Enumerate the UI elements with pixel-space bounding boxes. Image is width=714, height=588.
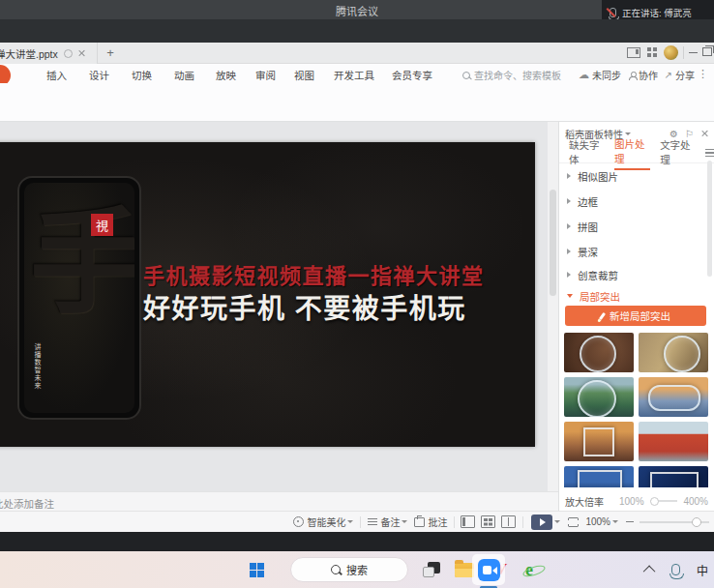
ribbon-tab-developer[interactable]: 开发工具 xyxy=(334,68,374,82)
separator xyxy=(522,516,523,528)
minimize-icon[interactable] xyxy=(689,52,698,53)
ribbon-tab-member[interactable]: 会员专享 xyxy=(392,68,432,82)
cloud-icon: ☁ xyxy=(579,69,589,81)
collapse-icon xyxy=(567,294,573,298)
panel-scrollbar[interactable] xyxy=(707,161,712,277)
expand-icon xyxy=(567,272,571,278)
notes-placeholder: 此处添加备注 xyxy=(0,496,54,511)
command-search-box[interactable]: 查找命令、搜索模板 xyxy=(462,68,561,82)
share-button[interactable]: ↗ 分享 xyxy=(665,68,695,82)
panel-close-icon[interactable] xyxy=(700,130,708,137)
thumbnail-sunset-mountain[interactable] xyxy=(564,422,634,461)
slide-sorter-icon[interactable] xyxy=(481,515,495,528)
apps-grid-icon[interactable] xyxy=(646,46,660,58)
section-similar-images[interactable]: 相似图片 xyxy=(567,166,706,186)
ribbon-tab-design[interactable]: 设计 xyxy=(89,68,109,82)
voice-input-button[interactable] xyxy=(671,558,680,581)
document-tab-bar: 禅大讲堂.pptx + xyxy=(0,43,714,64)
expand-icon xyxy=(567,173,571,179)
normal-view-icon[interactable] xyxy=(461,515,475,528)
separator xyxy=(360,516,361,528)
thumbnail-city-skyline[interactable] xyxy=(639,377,708,417)
search-icon xyxy=(462,72,470,79)
task-view-button[interactable] xyxy=(423,558,440,581)
thumbnail-city-night[interactable] xyxy=(564,466,634,487)
document-tab[interactable]: 禅大讲堂.pptx xyxy=(0,43,98,64)
task-view-icon xyxy=(423,562,440,577)
add-local-highlight-button[interactable]: 新增局部突出 xyxy=(565,306,706,326)
reading-view-icon[interactable] xyxy=(501,515,516,528)
status-bar: 智能美化 备注 批注 100% xyxy=(0,511,714,532)
collaborate-button[interactable]: 协作 xyxy=(629,68,658,82)
zoom-slider[interactable] xyxy=(640,521,709,523)
taskbar-search[interactable]: 搜索 xyxy=(290,557,408,582)
ribbon-tab-view[interactable]: 视图 xyxy=(294,68,314,82)
magnification-max: 400% xyxy=(683,496,708,507)
ribbon-tab-row: 插入 设计 切换 动画 放映 审阅 视图 开发工具 会员专享 查找命令、搜索模板… xyxy=(0,64,714,83)
section-border[interactable]: 边框 xyxy=(567,191,706,211)
comments-button[interactable]: 批注 xyxy=(414,514,447,529)
tray-expand-button[interactable] xyxy=(646,558,655,581)
section-creative-crop[interactable]: 创意裁剪 xyxy=(567,265,706,284)
canvas-scrollbar[interactable] xyxy=(548,122,558,491)
thumbnail-coffee-cup[interactable] xyxy=(639,333,708,372)
ribbon-tab-review[interactable]: 审阅 xyxy=(255,68,276,82)
internet-explorer-button[interactable]: e xyxy=(525,558,533,581)
zoom-out-icon[interactable] xyxy=(626,521,634,522)
thumbnail-tech-blue[interactable] xyxy=(639,466,708,487)
slide-red-title[interactable]: 手机摄影短视频直播一指禅大讲堂 xyxy=(143,258,485,289)
smart-beautify-button[interactable]: 智能美化 xyxy=(293,514,353,529)
expand-icon xyxy=(567,249,571,254)
comment-icon xyxy=(414,517,425,527)
separator xyxy=(683,46,684,59)
search-icon xyxy=(331,565,341,574)
tab-close-icon[interactable] xyxy=(78,49,86,57)
mic-muted-icon xyxy=(610,8,616,17)
section-collage[interactable]: 拼图 xyxy=(567,217,706,236)
start-button[interactable] xyxy=(250,558,264,581)
notes-bar[interactable]: 此处添加备注 xyxy=(0,491,558,511)
file-explorer-button[interactable] xyxy=(455,558,474,581)
phone-mockup[interactable]: 手 讲播数智未来 視 xyxy=(17,176,141,420)
ime-indicator[interactable]: 中 xyxy=(697,558,708,581)
phone-screen: 手 讲播数智未来 xyxy=(24,183,134,413)
magnification-slider[interactable] xyxy=(650,500,678,502)
ribbon-tab-transition[interactable]: 切换 xyxy=(132,68,152,82)
play-slideshow-button[interactable] xyxy=(531,514,552,530)
notes-button[interactable]: 备注 xyxy=(368,514,407,529)
window-layout-icon[interactable] xyxy=(627,46,640,58)
calligraphy-watermark: 手 xyxy=(30,206,134,320)
thumbnail-coffee-beans[interactable] xyxy=(564,333,634,372)
restore-icon[interactable] xyxy=(702,47,712,56)
ribbon-tab-slideshow[interactable]: 放映 xyxy=(216,68,236,82)
zoom-level[interactable]: 100% xyxy=(585,516,618,527)
window-top-strip xyxy=(0,19,714,43)
expand-icon xyxy=(567,198,571,204)
thumbnail-golden-gate[interactable] xyxy=(639,422,708,461)
slide-white-title[interactable]: 好好玩手机 不要被手机玩 xyxy=(143,287,466,326)
slider-handle[interactable] xyxy=(650,497,659,506)
red-seal-stamp: 視 xyxy=(91,214,113,236)
thumbnail-lake-landscape[interactable] xyxy=(564,377,634,417)
user-avatar[interactable] xyxy=(664,45,678,60)
sync-status-button[interactable]: ☁ 未同步 xyxy=(579,68,621,82)
section-depth[interactable]: 景深 xyxy=(567,242,706,261)
slide-canvas[interactable]: 手 讲播数智未来 視 手机摄影短视频直播一指禅大讲堂 好好玩手机 不要被手机玩 xyxy=(0,122,548,491)
ribbon-tab-animation[interactable]: 动画 xyxy=(174,68,194,82)
panel-tabs: 缺失字体 图片处理 文字处理 xyxy=(559,143,714,163)
panel-menu-icon[interactable] xyxy=(705,149,714,157)
tab-text-processing[interactable]: 文字处理 xyxy=(660,137,696,169)
zoom-slider-handle[interactable] xyxy=(692,517,701,527)
ribbon-tab-insert[interactable]: 插入 xyxy=(46,68,67,82)
section-local-highlight[interactable]: 局部突出 xyxy=(567,286,706,306)
tab-missing-fonts[interactable]: 缺失字体 xyxy=(569,137,605,169)
tencent-meeting-button[interactable] xyxy=(472,554,505,585)
panel-title-caret[interactable] xyxy=(625,132,631,135)
slide[interactable]: 手 讲播数智未来 視 手机摄影短视频直播一指禅大讲堂 好好玩手机 不要被手机玩 xyxy=(0,142,535,447)
fit-to-window-icon[interactable] xyxy=(568,517,579,527)
scrollbar-thumb[interactable] xyxy=(550,190,556,296)
play-options-caret[interactable] xyxy=(554,520,560,523)
tab-image-processing[interactable]: 图片处理 xyxy=(614,136,650,170)
more-options-icon[interactable]: ⋮ xyxy=(698,68,708,80)
new-tab-button[interactable]: + xyxy=(103,45,118,61)
